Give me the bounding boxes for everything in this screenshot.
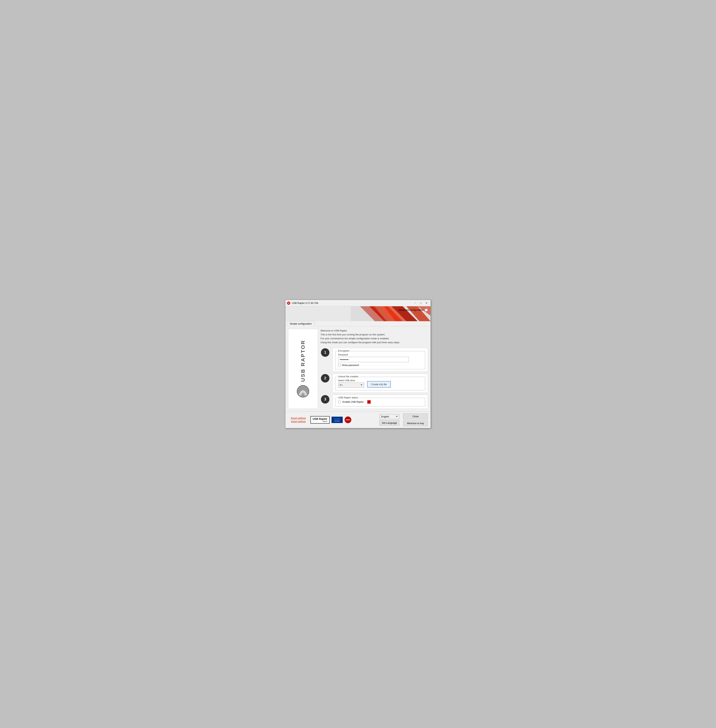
usb-drive-select[interactable]: F:\ xyxy=(338,382,364,388)
step-3-circle: 3 xyxy=(320,395,330,404)
status-group: USB Raptor status Enable USB Raptor xyxy=(335,398,425,406)
svg-text:3: 3 xyxy=(324,397,326,401)
password-section: Password Show password xyxy=(338,353,422,367)
title-bar: USB Raptor 0.17.83.704 − □ ✕ xyxy=(285,300,431,306)
new-badge: NEW xyxy=(344,417,351,423)
encryption-group: Encryption Password Show password xyxy=(335,351,425,369)
language-group: English Polish German French Spanish Set… xyxy=(379,414,399,426)
password-label: Password xyxy=(338,353,422,356)
welcome-text: Welcome to USB Raptor. This is the first… xyxy=(320,329,428,344)
new-badge-label: NEW xyxy=(346,419,350,421)
advanced-config-checkbox[interactable] xyxy=(425,309,428,311)
advanced-config-area: Advanced configuration xyxy=(398,309,428,311)
close-button[interactable]: ✕ xyxy=(424,301,429,305)
step-3-content: USB Raptor status Enable USB Raptor xyxy=(332,395,428,409)
right-panel: Welcome to USB Raptor. This is the first… xyxy=(320,329,428,409)
password-input[interactable] xyxy=(338,357,409,362)
logo-circle-icon xyxy=(296,385,309,398)
usb-drive-label: Select USB drive xyxy=(338,379,364,382)
left-panel: USB Raptor xyxy=(288,329,318,409)
tab-simple-configuration[interactable]: Simple configuration xyxy=(287,321,314,326)
logo-text: USB Raptor xyxy=(300,340,306,382)
restore-button[interactable]: □ xyxy=(418,301,423,305)
footer-links: Export settings Import settings xyxy=(288,417,309,423)
status-section: Enable USB Raptor xyxy=(338,400,422,403)
usb-section: Select USB drive F:\ Create k3y file xyxy=(338,379,422,388)
paypal-donate-button[interactable]: PayPal Donate xyxy=(332,417,343,423)
show-password-label[interactable]: Show password xyxy=(342,364,359,367)
paypal-label: PayPal xyxy=(334,418,340,420)
step-2-content: Unlock file creation Select USB drive F:… xyxy=(332,374,428,393)
action-buttons: Close Minimize to tray xyxy=(403,414,428,426)
tab-area: Simple configuration xyxy=(285,321,431,326)
unlock-group: Unlock file creation Select USB drive F:… xyxy=(335,377,425,390)
svg-text:1: 1 xyxy=(324,350,326,354)
brand-main-label: USB Raptor xyxy=(313,417,328,420)
set-language-button[interactable]: Set Language xyxy=(379,420,399,426)
usb-drive-group: Select USB drive F:\ xyxy=(338,379,364,388)
advanced-config-label: Advanced configuration xyxy=(398,309,423,311)
brand-about-label: about xyxy=(323,420,328,422)
footer: Export settings Import settings USB Rapt… xyxy=(285,411,431,428)
main-content: USB Raptor Welcome to USB Raptor. This i… xyxy=(285,326,431,411)
create-key-button[interactable]: Create k3y file xyxy=(367,381,391,388)
show-password-checkbox[interactable] xyxy=(338,364,341,366)
minimize-to-tray-button[interactable]: Minimize to tray xyxy=(403,420,428,426)
header-area: Advanced configuration xyxy=(285,306,431,321)
minimize-button[interactable]: − xyxy=(413,301,418,305)
window-controls: − □ ✕ xyxy=(413,301,429,305)
steps-container: 1 Encryption Password Show password xyxy=(320,348,428,409)
step-3-row: 3 USB Raptor status Enable USB Raptor xyxy=(320,395,428,409)
close-button-footer[interactable]: Close xyxy=(403,414,428,419)
paypal-donate-label: Donate xyxy=(334,420,340,422)
show-password-row: Show password xyxy=(338,364,422,367)
enable-usb-raptor-checkbox[interactable] xyxy=(338,400,341,403)
status-label: USB Raptor status xyxy=(337,396,359,399)
step-1-circle: 1 xyxy=(320,348,330,357)
svg-text:2: 2 xyxy=(324,376,326,380)
status-indicator xyxy=(367,400,371,403)
usb-raptor-brand-button[interactable]: USB Raptor about xyxy=(311,416,330,423)
step-2-row: 2 Unlock file creation Select USB drive … xyxy=(320,374,428,393)
encryption-label: Encryption xyxy=(337,349,350,352)
export-settings-link[interactable]: Export settings xyxy=(288,417,309,419)
language-select[interactable]: English Polish German French Spanish xyxy=(379,414,399,419)
app-icon xyxy=(287,302,290,305)
step-2-circle: 2 xyxy=(320,374,330,383)
unlock-label: Unlock file creation xyxy=(337,375,359,378)
enable-usb-raptor-label[interactable]: Enable USB Raptor xyxy=(343,400,364,403)
step-1-content: Encryption Password Show password xyxy=(332,348,428,372)
step-1-row: 1 Encryption Password Show password xyxy=(320,348,428,372)
import-settings-link[interactable]: Import settings xyxy=(288,420,309,423)
main-window: USB Raptor 0.17.83.704 − □ ✕ Advanced xyxy=(285,300,431,428)
window-title: USB Raptor 0.17.83.704 xyxy=(292,302,413,305)
